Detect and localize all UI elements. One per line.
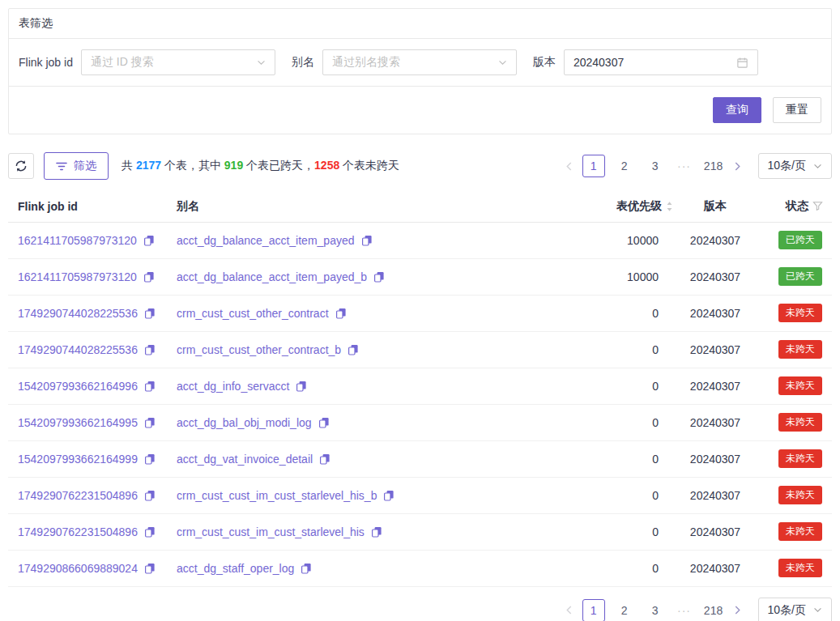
uncrossed-count: 1258: [314, 159, 339, 172]
table-row: 1542097993662164995acct_dg_bal_obj_modi_…: [8, 404, 832, 440]
copy-icon[interactable]: [373, 271, 385, 283]
flink-job-id-link[interactable]: 1749290744028225536: [18, 307, 138, 320]
filter-button[interactable]: 筛选: [44, 152, 109, 180]
alias-select[interactable]: 通过别名搜索: [322, 49, 517, 75]
flink-job-id-link[interactable]: 1542097993662164996: [18, 380, 138, 393]
pagination-next[interactable]: [729, 155, 747, 177]
refresh-button[interactable]: [8, 153, 34, 179]
alias-link[interactable]: crm_cust_cust_other_contract_b: [177, 343, 341, 356]
column-header-priority[interactable]: 表优先级: [569, 191, 676, 222]
pagination: 123···218: [561, 599, 747, 621]
version-input[interactable]: [574, 56, 719, 69]
pagination-page-218[interactable]: 218: [702, 155, 725, 177]
copy-icon[interactable]: [348, 344, 359, 355]
reset-button[interactable]: 重置: [773, 97, 821, 123]
chevron-down-icon: [498, 60, 507, 66]
flink-job-id-link[interactable]: 1621411705987973120: [18, 270, 137, 283]
version-date-picker[interactable]: [564, 49, 758, 75]
alias-link[interactable]: acct_dg_info_servacct: [177, 380, 289, 393]
pagination-page-3[interactable]: 3: [644, 155, 667, 177]
page: 表筛选 Flink job id 通过 ID 搜索 别名 通过别名搜索: [0, 0, 840, 621]
pagination-ellipsis[interactable]: ···: [675, 604, 694, 617]
filter-card-title: 表筛选: [9, 9, 831, 39]
table-stats: 共 2177 个表，其中 919 个表已跨天，1258 个表未跨天: [122, 159, 399, 173]
flink-job-id-link[interactable]: 1749290762231504896: [18, 489, 138, 502]
flink-job-id-link[interactable]: 1542097993662164995: [18, 416, 138, 429]
alias-link[interactable]: crm_cust_cust_other_contract: [177, 307, 329, 320]
chevron-down-icon: [257, 60, 266, 66]
status-badge: 已跨天: [778, 267, 822, 286]
funnel-filter-icon[interactable]: [812, 201, 823, 211]
pagination-next[interactable]: [729, 599, 747, 621]
version-cell: 20240307: [676, 222, 754, 258]
flink-job-id-link[interactable]: 1542097993662164999: [18, 453, 138, 466]
copy-icon[interactable]: [383, 490, 394, 501]
bottom-pagination-area: 123···218 10条/页: [8, 598, 832, 621]
priority-cell: 0: [569, 477, 676, 513]
copy-icon[interactable]: [319, 453, 330, 465]
copy-icon[interactable]: [144, 490, 156, 501]
version-cell: 20240307: [676, 258, 754, 295]
version-cell: 20240307: [676, 368, 754, 404]
sorter-icon[interactable]: [666, 201, 673, 212]
copy-icon[interactable]: [144, 308, 156, 319]
alias-link[interactable]: acct_dg_bal_obj_modi_log: [177, 416, 312, 429]
page-size-select[interactable]: 10条/页: [758, 598, 832, 621]
column-header-status: 状态: [754, 191, 832, 222]
copy-icon[interactable]: [144, 344, 156, 355]
total-count: 2177: [136, 159, 161, 172]
status-badge: 未跨天: [778, 449, 822, 468]
pagination-page-2[interactable]: 2: [613, 155, 636, 177]
pagination-page-2[interactable]: 2: [613, 599, 636, 621]
copy-icon[interactable]: [335, 308, 347, 319]
pagination-ellipsis[interactable]: ···: [675, 160, 694, 172]
copy-icon[interactable]: [318, 417, 330, 428]
table-row: 1749290762231504896crm_cust_cust_im_cust…: [8, 477, 832, 513]
table-row: 1749290744028225536crm_cust_cust_other_c…: [8, 295, 832, 331]
copy-icon[interactable]: [144, 417, 156, 428]
flink-job-id-link[interactable]: 1749290762231504896: [18, 525, 138, 538]
alias-link[interactable]: acct_dg_staff_oper_log: [177, 562, 294, 575]
page-size-select[interactable]: 10条/页: [758, 153, 832, 179]
copy-icon[interactable]: [143, 235, 155, 246]
alias-link[interactable]: acct_dg_balance_acct_item_payed: [177, 234, 355, 247]
flink-job-id-link[interactable]: 1621411705987973120: [18, 234, 137, 247]
priority-cell: 0: [569, 513, 676, 550]
copy-icon[interactable]: [301, 563, 312, 574]
flink-job-id-field: Flink job id 通过 ID 搜索: [19, 49, 275, 75]
pagination-prev[interactable]: [561, 599, 578, 621]
refresh-icon: [15, 160, 28, 172]
copy-icon[interactable]: [371, 526, 382, 538]
version-label: 版本: [533, 55, 556, 70]
page-size-label: 10条/页: [768, 159, 806, 173]
filter-fields-row: Flink job id 通过 ID 搜索 别名 通过别名搜索: [9, 39, 831, 87]
pagination-page-1[interactable]: 1: [582, 599, 605, 621]
chevron-down-icon: [813, 164, 822, 169]
pagination-page-3[interactable]: 3: [644, 599, 667, 621]
flink-job-id-select[interactable]: 通过 ID 搜索: [81, 49, 275, 75]
pagination-page-1[interactable]: 1: [582, 155, 605, 177]
status-badge: 未跨天: [778, 340, 822, 359]
copy-icon[interactable]: [144, 381, 156, 392]
flink-job-id-link[interactable]: 1749290866069889024: [18, 562, 138, 575]
table-row: 1542097993662164999acct_dg_vat_invoice_d…: [8, 440, 832, 477]
version-cell: 20240307: [676, 295, 754, 331]
alias-link[interactable]: acct_dg_balance_acct_item_payed_b: [177, 270, 367, 283]
table-row: 1621411705987973120acct_dg_balance_acct_…: [8, 258, 832, 295]
alias-link[interactable]: crm_cust_cust_im_cust_starlevel_his: [177, 525, 365, 538]
copy-icon[interactable]: [296, 381, 307, 392]
alias-link[interactable]: acct_dg_vat_invoice_detail: [177, 453, 313, 466]
copy-icon[interactable]: [144, 526, 156, 538]
copy-icon[interactable]: [361, 235, 373, 246]
copy-icon[interactable]: [143, 271, 155, 283]
query-button[interactable]: 查询: [713, 97, 761, 123]
pagination-page-218[interactable]: 218: [702, 599, 725, 621]
pagination-prev[interactable]: [561, 155, 578, 177]
status-badge: 未跨天: [778, 559, 822, 577]
alias-link[interactable]: crm_cust_cust_im_cust_starlevel_his_b: [177, 489, 377, 502]
column-header-version: 版本: [676, 191, 754, 222]
flink-job-id-label: Flink job id: [19, 56, 73, 69]
copy-icon[interactable]: [144, 563, 156, 574]
copy-icon[interactable]: [144, 453, 156, 465]
flink-job-id-link[interactable]: 1749290744028225536: [18, 343, 138, 356]
